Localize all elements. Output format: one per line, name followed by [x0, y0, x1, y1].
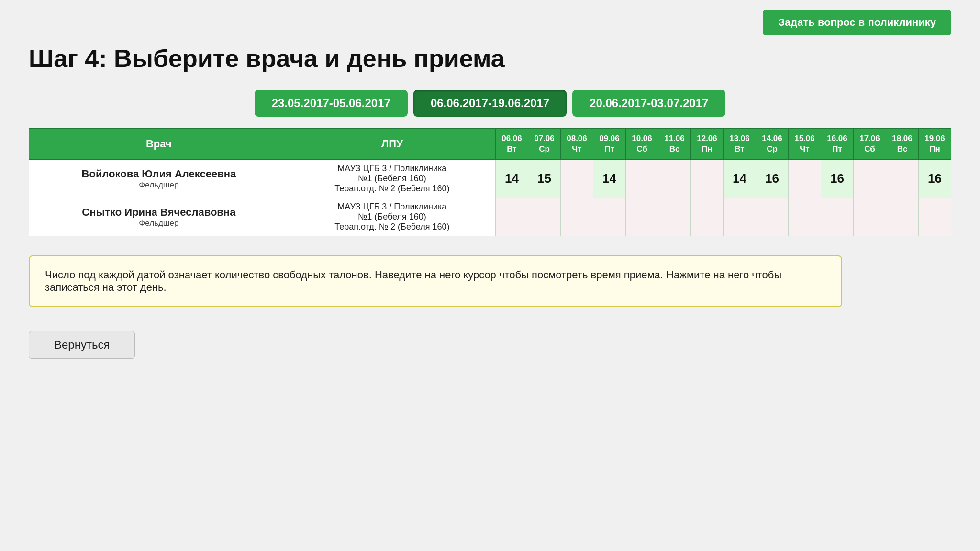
doctor-role: Фельдшер [36, 180, 282, 190]
col-header-0: 06.06Вт [496, 129, 528, 160]
slot-1-7 [724, 198, 756, 236]
column-header-doctor: Врач [29, 129, 289, 160]
slot-0-10[interactable]: 16 [821, 160, 854, 198]
slot-1-0 [496, 198, 528, 236]
date-range-tab-2[interactable]: 06.06.2017-19.06.2017 [413, 90, 567, 117]
col-header-2: 08.06Чт [561, 129, 593, 160]
info-box-text: Число под каждой датой означает количест… [45, 269, 781, 293]
slot-1-9 [789, 198, 821, 236]
slot-0-5 [658, 160, 691, 198]
column-header-lpu: ЛПУ [289, 129, 495, 160]
slot-0-9 [789, 160, 821, 198]
doctor-cell-1: Снытко Ирина ВячеславовнаФельдшер [29, 198, 289, 236]
slot-0-13[interactable]: 16 [919, 160, 951, 198]
slot-0-1[interactable]: 15 [528, 160, 561, 198]
col-header-13: 19.06Пн [919, 129, 951, 160]
slot-0-4 [626, 160, 658, 198]
col-header-10: 16.06Пт [821, 129, 854, 160]
col-header-5: 11.06Вс [658, 129, 691, 160]
slot-0-12 [886, 160, 919, 198]
col-header-12: 18.06Вс [886, 129, 919, 160]
slot-0-3[interactable]: 14 [593, 160, 626, 198]
date-range-tab-3[interactable]: 20.06.2017-03.07.2017 [572, 90, 725, 117]
doctor-role: Фельдшер [36, 219, 282, 228]
lpu-cell-0: МАУЗ ЦГБ 3 / Поликлиника№1 (Бебеля 160)Т… [289, 160, 495, 198]
date-range-tabs: 23.05.2017-05.06.2017 06.06.2017-19.06.2… [29, 90, 951, 117]
table-header-row: Врач ЛПУ 06.06Вт 07.06Ср 08.06Чт 09.06Пт… [29, 129, 951, 160]
slot-1-12 [886, 198, 919, 236]
slot-1-10 [821, 198, 854, 236]
slot-1-2 [561, 198, 593, 236]
col-header-1: 07.06Ср [528, 129, 561, 160]
slot-0-7[interactable]: 14 [724, 160, 756, 198]
col-header-8: 14.06Ср [756, 129, 789, 160]
col-header-3: 09.06Пт [593, 129, 626, 160]
slot-1-11 [854, 198, 886, 236]
slot-1-5 [658, 198, 691, 236]
slot-0-11 [854, 160, 886, 198]
slot-1-13 [919, 198, 951, 236]
table-row-0: Войлокова Юлия АлексеевнаФельдшерМАУЗ ЦГ… [29, 160, 951, 198]
col-header-9: 15.06Чт [789, 129, 821, 160]
page-title: Шаг 4: Выберите врача и день приема [29, 44, 951, 73]
doctor-name: Снытко Ирина Вячеславовна [36, 206, 282, 219]
slot-1-4 [626, 198, 658, 236]
doctor-cell-0: Войлокова Юлия АлексеевнаФельдшер [29, 160, 289, 198]
col-header-11: 17.06Сб [854, 129, 886, 160]
page-wrapper: Задать вопрос в поликлинику Шаг 4: Выбер… [0, 0, 980, 551]
col-header-6: 12.06Пн [691, 129, 724, 160]
slot-0-0[interactable]: 14 [496, 160, 528, 198]
slot-0-2 [561, 160, 593, 198]
slot-1-1 [528, 198, 561, 236]
slot-1-8 [756, 198, 789, 236]
doctor-name: Войлокова Юлия Алексеевна [36, 168, 282, 180]
col-header-4: 10.06Сб [626, 129, 658, 160]
slot-1-6 [691, 198, 724, 236]
slot-1-3 [593, 198, 626, 236]
info-box: Число под каждой датой означает количест… [29, 255, 842, 307]
table-row-1: Снытко Ирина ВячеславовнаФельдшерМАУЗ ЦГ… [29, 198, 951, 236]
col-header-7: 13.06Вт [724, 129, 756, 160]
ask-clinic-button[interactable]: Задать вопрос в поликлинику [763, 10, 951, 35]
date-range-tab-1[interactable]: 23.05.2017-05.06.2017 [255, 90, 408, 117]
back-button[interactable]: Вернуться [29, 331, 135, 359]
schedule-table: Врач ЛПУ 06.06Вт 07.06Ср 08.06Чт 09.06Пт… [29, 128, 951, 236]
slot-0-6 [691, 160, 724, 198]
lpu-cell-1: МАУЗ ЦГБ 3 / Поликлиника№1 (Бебеля 160)Т… [289, 198, 495, 236]
top-bar: Задать вопрос в поликлинику [29, 10, 951, 35]
slot-0-8[interactable]: 16 [756, 160, 789, 198]
